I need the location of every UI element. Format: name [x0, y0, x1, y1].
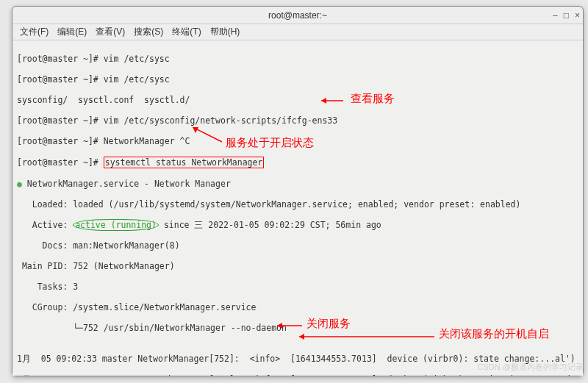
svg-marker-7: [299, 334, 304, 340]
arrow-icon: [321, 96, 351, 106]
annotation-view-service: [321, 96, 351, 106]
annotation-stop-text: 关闭服务: [306, 318, 351, 329]
terminal-body[interactable]: [root@master ~]# vim /etc/sysc [root@mas…: [12, 40, 583, 376]
active-label: Active:: [17, 220, 73, 230]
term-line: [root@master ~]# vim /etc/sysc: [17, 54, 578, 64]
arrow-disable-icon: [299, 332, 439, 341]
since-text: since 三 2022-01-05 09:02:29 CST; 56min a…: [159, 220, 381, 230]
menubar: 文件(F) 编辑(E) 查看(V) 搜索(S) 终端(T) 帮助(H): [12, 24, 583, 40]
menu-view[interactable]: 查看(V): [91, 24, 129, 40]
svg-marker-1: [321, 98, 326, 104]
menu-edit[interactable]: 编辑(E): [53, 24, 91, 40]
arrow-stop-icon: [277, 321, 306, 330]
menu-file[interactable]: 文件(F): [15, 24, 53, 40]
term-line: CGroup: /system.slice/NetworkManager.ser…: [17, 302, 578, 312]
service-name: NetworkManager.service - Network Manager: [22, 179, 231, 189]
close-button[interactable]: ×: [575, 10, 580, 21]
term-line: Tasks: 3: [17, 282, 578, 292]
status-dot-icon: ●: [17, 179, 22, 189]
annotation-view-service-text: 查看服务: [351, 93, 395, 104]
arrow-running-icon: [193, 127, 229, 146]
log-line: 1月 05 09:02:33 master NetworkManager[752…: [17, 354, 578, 364]
term-line: [root@master ~]# vim /etc/sysc: [17, 74, 578, 85]
term-line: [root@master ~]# systemctl status Networ…: [17, 157, 578, 168]
maximize-button[interactable]: □: [564, 10, 569, 21]
annotation-running-text: 服务处于开启状态: [226, 137, 314, 148]
menu-help[interactable]: 帮助(H): [206, 24, 245, 40]
term-line: Active: active (running) since 三 2022-01…: [17, 220, 578, 230]
window-controls: – □ ×: [553, 10, 580, 21]
term-line: Main PID: 752 (NetworkManager): [17, 261, 578, 271]
term-line: Loaded: loaded (/usr/lib/systemd/system/…: [17, 199, 578, 210]
cmd-status: systemctl status NetworkManager: [104, 157, 265, 168]
term-line: sysconfig/ sysctl.conf sysctl.d/: [17, 95, 578, 105]
terminal-window: root@master:~ – □ × 文件(F) 编辑(E) 查看(V) 搜索…: [12, 6, 584, 376]
term-line: [root@master ~]# vim /etc/sysconfig/netw…: [17, 115, 578, 126]
titlebar[interactable]: root@master:~ – □ ×: [12, 7, 583, 24]
term-line: ● NetworkManager.service - Network Manag…: [17, 179, 578, 189]
window-title: root@master:~: [268, 10, 327, 21]
menu-search[interactable]: 搜索(S): [129, 24, 168, 40]
annotation-disable-text: 关闭该服务的开机自启: [439, 329, 549, 339]
term-line: Docs: man:NetworkManager(8): [17, 240, 578, 251]
active-running-oval: active (running): [73, 219, 159, 231]
log-line: 1月 05 09:02:33 master NetworkManager[752…: [17, 374, 578, 376]
minimize-button[interactable]: –: [553, 10, 558, 21]
prompt: [root@master ~]#: [17, 157, 104, 168]
menu-terminal[interactable]: 终端(T): [168, 24, 205, 40]
svg-marker-5: [277, 323, 282, 329]
